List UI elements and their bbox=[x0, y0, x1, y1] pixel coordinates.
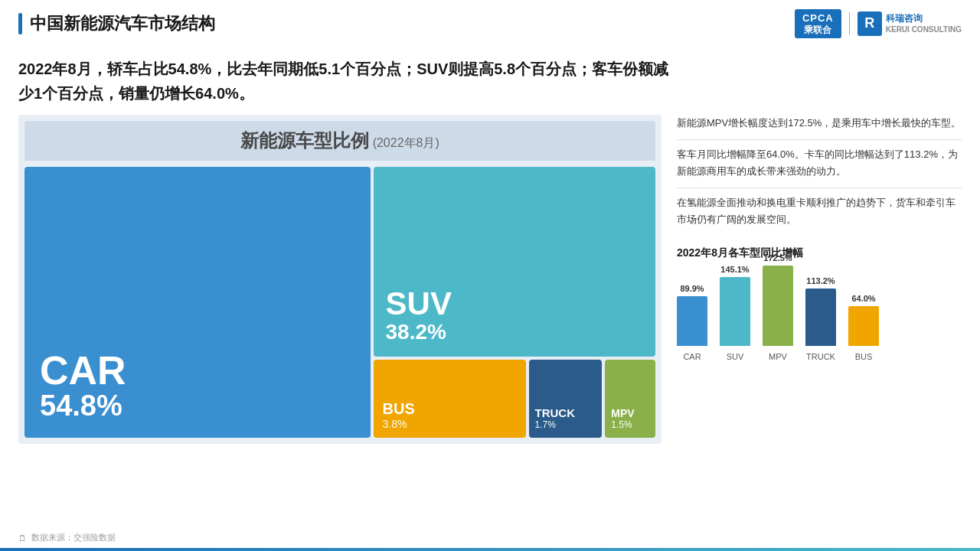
footer-icon: 🗒 bbox=[18, 533, 27, 543]
bar-group: 89.9%CAR bbox=[677, 284, 707, 361]
bar-group: 172.5%MPV bbox=[763, 253, 793, 361]
bar-label: SUV bbox=[727, 352, 744, 361]
footer-text: 数据来源：交强险数据 bbox=[31, 532, 116, 543]
page-title: 中国新能源汽车市场结构 bbox=[30, 12, 215, 35]
treemap-title-bar: 新能源车型比例 (2022年8月) bbox=[24, 121, 655, 161]
kerui-text: 科瑞咨询 KERUI CONSULTING bbox=[886, 13, 962, 35]
bar-label: TRUCK bbox=[806, 352, 835, 361]
main-content: 新能源车型比例 (2022年8月) CAR 54.8% SUV 38.2% BU… bbox=[0, 115, 980, 444]
bar-rect bbox=[720, 277, 750, 346]
treemap-cell-mpv: MPV 1.5% bbox=[605, 360, 655, 438]
treemap-title-sub: (2022年8月) bbox=[373, 136, 439, 149]
mpv-pct: 1.5% bbox=[611, 419, 649, 430]
treemap-cell-bus: BUS 3.8% bbox=[374, 360, 526, 438]
footer: 🗒 数据来源：交强险数据 bbox=[18, 532, 116, 543]
bar-group: 145.1%SUV bbox=[720, 265, 750, 361]
truck-pct: 1.7% bbox=[535, 419, 596, 430]
treemap-cell-car: CAR 54.8% bbox=[24, 167, 371, 438]
bar-value: 145.1% bbox=[720, 265, 749, 274]
treemap-cell-truck: TRUCK 1.7% bbox=[529, 360, 603, 438]
insight-1: 新能源MPV增长幅度达到172.5%，是乘用车中增长最快的车型。 bbox=[677, 115, 962, 140]
bar-rect bbox=[763, 266, 793, 346]
treemap-right-col: SUV 38.2% BUS 3.8% TRUCK 1.7% MPV 1. bbox=[374, 167, 655, 438]
suv-pct: 38.2% bbox=[386, 320, 643, 344]
treemap-bottom-row: BUS 3.8% TRUCK 1.7% MPV 1.5% bbox=[374, 360, 655, 438]
chart-title: 2022年8月各车型同比增幅 bbox=[677, 246, 962, 260]
bar-group: 64.0%BUS bbox=[848, 294, 879, 361]
header-logos: CPCA 乘联合 R 科瑞咨询 KERUI CONSULTING bbox=[795, 9, 962, 38]
bar-chart: 89.9%CAR145.1%SUV172.5%MPV113.2%TRUCK64.… bbox=[677, 269, 962, 361]
title-accent-bar bbox=[18, 13, 22, 34]
cpca-logo: CPCA 乘联合 bbox=[795, 9, 841, 38]
bar-rect bbox=[848, 306, 879, 346]
bar-label: BUS bbox=[855, 352, 873, 361]
mpv-label: MPV bbox=[611, 407, 649, 419]
bar-value: 172.5% bbox=[763, 253, 792, 262]
kerui-logo: R 科瑞咨询 KERUI CONSULTING bbox=[858, 11, 962, 36]
truck-label: TRUCK bbox=[535, 406, 596, 419]
treemap-cells: CAR 54.8% SUV 38.2% BUS 3.8% TRUCK bbox=[18, 167, 662, 444]
car-label: CAR bbox=[40, 350, 355, 390]
treemap-cell-suv: SUV 38.2% bbox=[374, 167, 655, 357]
car-pct: 54.8% bbox=[40, 390, 355, 422]
treemap-container: 新能源车型比例 (2022年8月) CAR 54.8% SUV 38.2% BU… bbox=[18, 115, 662, 444]
right-panel: 新能源MPV增长幅度达到172.5%，是乘用车中增长最快的车型。 客车月同比增幅… bbox=[677, 115, 962, 444]
insight-2: 客车月同比增幅降至64.0%。卡车的同比增幅达到了113.2%，为新能源商用车的… bbox=[677, 146, 962, 188]
bar-label: CAR bbox=[683, 352, 701, 361]
insight-3: 在氢能源全面推动和换电重卡顺利推广的趋势下，货车和牵引车市场仍有广阔的发展空间。 bbox=[677, 194, 962, 236]
bar-rect bbox=[677, 296, 707, 346]
bus-label: BUS bbox=[383, 400, 517, 418]
bar-value: 89.9% bbox=[680, 284, 704, 293]
bottom-accent-bar bbox=[0, 548, 980, 551]
header: 中国新能源汽车市场结构 CPCA 乘联合 R 科瑞咨询 KERUI CONSUL… bbox=[0, 0, 980, 44]
bar-rect bbox=[805, 289, 836, 346]
bus-pct: 3.8% bbox=[383, 418, 517, 430]
subtitle-section: 2022年8月，轿车占比54.8%，比去年同期低5.1个百分点；SUV则提高5.… bbox=[0, 44, 980, 115]
subtitle-text: 2022年8月，轿车占比54.8%，比去年同期低5.1个百分点；SUV则提高5.… bbox=[18, 57, 962, 106]
suv-label: SUV bbox=[386, 288, 643, 320]
logo-divider bbox=[849, 12, 850, 35]
bar-value: 64.0% bbox=[851, 294, 875, 303]
bar-label: MPV bbox=[769, 352, 787, 361]
bar-value: 113.2% bbox=[806, 276, 835, 285]
chart-section: 2022年8月各车型同比增幅 89.9%CAR145.1%SUV172.5%MP… bbox=[677, 246, 962, 361]
header-title-group: 中国新能源汽车市场结构 bbox=[18, 12, 215, 35]
bar-group: 113.2%TRUCK bbox=[805, 276, 836, 361]
treemap-title-main: 新能源车型比例 bbox=[240, 130, 369, 151]
kerui-letter: R bbox=[858, 11, 882, 36]
